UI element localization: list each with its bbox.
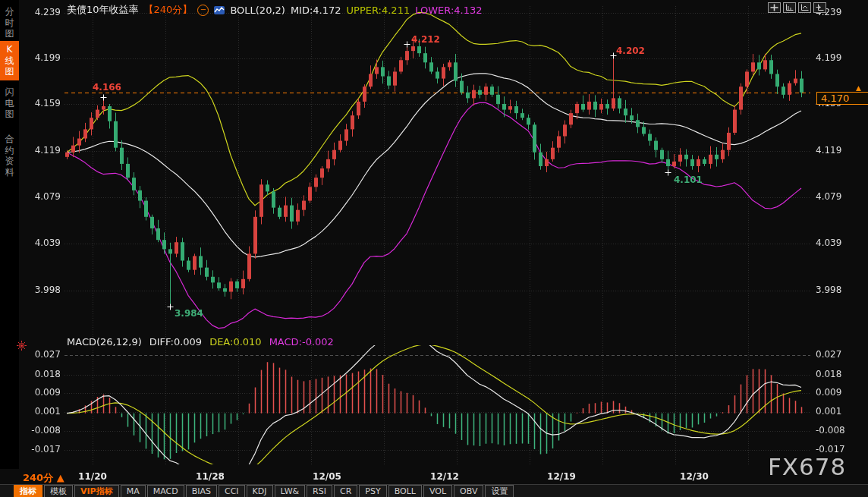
price-annotation-3984: 3.984 [175,308,203,319]
macd-tick-right-0: 0.027 [816,349,861,360]
collapse-indicator-icon[interactable]: − [197,5,209,16]
toolbar-btn-CCI[interactable]: CCI [219,485,245,497]
price-tick-left-6: 3.998 [21,285,61,295]
toolbar-btn-指标[interactable]: 指标 [14,485,42,497]
period-selector[interactable]: 240分 ▲ [23,471,64,485]
crosshair-move-icon[interactable] [768,2,781,13]
price-tick-left-4: 4.079 [21,191,61,202]
price-annotation-4212: 4.212 [411,34,440,45]
macd-tick-left-1: 0.018 [21,369,61,379]
sidebar-item-3[interactable]: 合约资料 [0,132,19,179]
macd-indicator-label: MACD(26,12,9) [67,336,142,348]
price-pin-icon: ▲ [856,84,861,92]
macd-tick-left-3: 0.001 [21,406,61,417]
price-tick-left-1: 4.199 [21,52,61,63]
price-annotation-4101: 4.101 [674,175,703,185]
toolbar-btn-BOLL[interactable]: BOLL [388,485,422,497]
macd-tick-right-1: 0.018 [816,369,861,379]
macd-tick-left-0: 0.027 [21,349,61,360]
indicator-toolbar: 指标模板VIP指标MAMACDBIASCCIKDJLW&RSICRPSYBOLL… [0,484,868,497]
boll-upper-value: UPPER:4.211 [347,5,410,16]
toolbar-btn-模板[interactable]: 模板 [44,485,73,497]
macd-dea-value: DEA:0.010 [209,336,262,348]
date-label-0: 11/20 [76,471,109,482]
indicator-alert-icon[interactable] [17,339,27,354]
axis-pan-icon[interactable] [798,2,811,13]
boll-lower-value: LOWER:4.132 [415,5,482,16]
toolbar-btn-RSI[interactable]: RSI [307,485,332,497]
macd-hist-value: MACD:-0.002 [269,336,334,348]
trading-app-window: 分时图K线图闪电图合约资料 美债10年收益率 【240分】 − BOLL(20,… [0,0,868,497]
toolbar-btn-VOL[interactable]: VOL [423,485,452,497]
toolbar-btn-MA[interactable]: MA [121,485,146,497]
toolbar-btn-OBV[interactable]: OBV [454,485,483,497]
toolbar-btn-VIP指标[interactable]: VIP指标 [74,485,119,497]
toolbar-btn-MACD[interactable]: MACD [147,485,184,497]
boll-mid-value: MID:4.172 [291,5,341,16]
sidebar-item-1[interactable]: K线图 [0,41,19,80]
toolbar-btn-PSY[interactable]: PSY [359,485,386,497]
toolbar-btn-CR[interactable]: CR [334,485,357,497]
date-label-4: 12/19 [545,471,578,482]
chart-header: 美债10年收益率 【240分】 − BOLL(20,2) MID:4.172 U… [67,3,483,17]
price-tick-right-6: 3.998 [816,285,861,295]
sidebar: 分时图K线图闪电图合约资料 [0,0,19,469]
price-tick-right-4: 4.079 [816,191,861,202]
price-annotation-4166: 4.166 [93,82,121,93]
macd-tick-left-5: -0.017 [21,444,61,455]
macd-header: MACD(26,12,9) DIFF:0.009 DEA:0.010 MACD:… [67,336,334,348]
macd-tick-right-4: -0.008 [816,425,861,436]
price-tick-right-5: 4.039 [816,237,861,248]
date-label-1: 11/28 [193,471,227,482]
price-tick-right-1: 4.199 [816,52,861,63]
sidebar-item-2[interactable]: 闪电图 [0,85,19,121]
current-price-box: 4.170 [816,92,868,105]
price-tick-left-5: 4.039 [21,237,61,248]
macd-diff-value: DIFF:0.009 [149,336,202,348]
price-annotation-4202: 4.202 [616,46,645,56]
date-label-3: 12/12 [428,471,461,482]
price-tick-left-3: 4.119 [21,145,61,156]
time-axis: 240分 ▲ 11/2011/2812/0512/1212/1912/30 [0,469,868,484]
chart-tools [768,2,826,13]
price-tick-right-3: 4.119 [816,145,861,156]
instrument-title: 美债10年收益率 [67,3,139,17]
macd-tick-right-3: 0.001 [816,406,861,417]
period-badge: 【240分】 [144,3,193,17]
axis-scale-icon[interactable] [783,2,796,13]
pane-expand-icon[interactable] [813,2,826,13]
macd-tick-left-2: 0.009 [21,387,61,398]
chart-canvas[interactable] [0,0,868,497]
sidebar-item-0[interactable]: 分时图 [0,5,19,41]
toolbar-btn-设置[interactable]: 设置 [485,485,514,497]
toolbar-btn-KDJ[interactable]: KDJ [247,485,273,497]
toolbar-btn-LW&[interactable]: LW& [275,485,306,497]
price-tick-left-0: 4.239 [21,7,61,17]
date-label-5: 12/30 [678,471,711,482]
toolbar-btn-BIAS[interactable]: BIAS [186,485,217,497]
macd-tick-left-4: -0.008 [21,425,61,436]
indicator-chart-icon [214,6,225,14]
price-tick-left-2: 4.159 [21,98,61,109]
boll-indicator-label: BOLL(20,2) [230,5,285,16]
macd-tick-right-2: 0.009 [816,387,861,398]
date-label-2: 12/05 [310,471,344,482]
